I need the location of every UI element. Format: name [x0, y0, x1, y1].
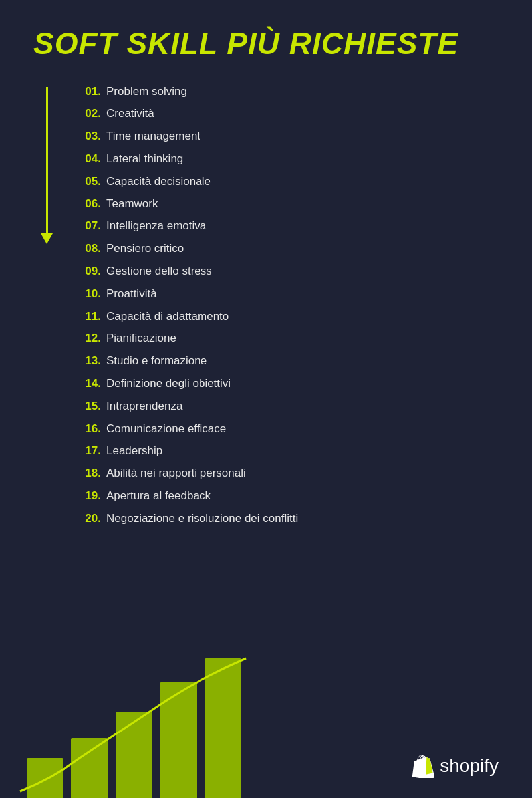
- arrow-line: [46, 87, 48, 233]
- list-item: 13.Studio e formazione: [73, 350, 499, 372]
- item-text: Pensiero critico: [106, 241, 184, 257]
- item-text: Apertura al feedback: [106, 488, 211, 504]
- item-text: Teamwork: [106, 196, 158, 212]
- list-item: 04.Lateral thinking: [73, 148, 499, 170]
- item-text: Leadership: [106, 443, 162, 459]
- chart-svg: [0, 645, 266, 798]
- item-number: 01.: [73, 84, 101, 100]
- item-number: 12.: [73, 331, 101, 346]
- item-text: Abilità nei rapporti personali: [106, 466, 246, 481]
- list-item: 01.Problem solving: [73, 80, 499, 103]
- item-text: Gestione dello stress: [106, 263, 212, 279]
- list-item: 11.Capacità di adattamento: [73, 305, 499, 328]
- list-item: 18.Abilità nei rapporti personali: [73, 462, 499, 485]
- item-text: Time management: [106, 128, 200, 144]
- list-item: 05.Capacità decisionale: [73, 170, 499, 193]
- list-item: 06.Teamwork: [73, 193, 499, 215]
- list-item: 09.Gestione dello stress: [73, 260, 499, 283]
- shopify-icon: [410, 754, 434, 778]
- item-number: 08.: [73, 241, 101, 257]
- item-text: Intelligenza emotiva: [106, 218, 206, 234]
- item-text: Intraprendenza: [106, 398, 182, 414]
- list-item: 20.Negoziazione e risoluzione dei confli…: [73, 507, 499, 530]
- item-text: Lateral thinking: [106, 151, 183, 167]
- item-text: Problem solving: [106, 84, 187, 100]
- item-text: Capacità di adattamento: [106, 309, 229, 325]
- list-item: 19.Apertura al feedback: [73, 485, 499, 507]
- item-text: Definizione degli obiettivi: [106, 376, 231, 392]
- arrow-column: [33, 80, 60, 530]
- item-text: Pianificazione: [106, 331, 176, 346]
- list-item: 03.Time management: [73, 125, 499, 148]
- item-number: 15.: [73, 398, 101, 414]
- list-item: 07.Intelligenza emotiva: [73, 215, 499, 237]
- item-number: 05.: [73, 174, 101, 190]
- title-section: SOFT SKILL PIÙ RICHIESTE: [0, 0, 532, 74]
- content-area: 01.Problem solving02.Creatività03.Time m…: [0, 74, 532, 530]
- shopify-logo: shopify: [410, 754, 499, 778]
- item-number: 07.: [73, 218, 101, 234]
- item-text: Creatività: [106, 106, 154, 122]
- arrow-head: [41, 233, 53, 244]
- list-item: 16.Comunicazione efficace: [73, 418, 499, 440]
- item-text: Capacità decisionale: [106, 174, 211, 190]
- list-item: 10.Proattività: [73, 283, 499, 305]
- item-number: 14.: [73, 376, 101, 392]
- list-item: 08.Pensiero critico: [73, 237, 499, 260]
- item-text: Proattività: [106, 286, 157, 302]
- item-number: 11.: [73, 309, 101, 325]
- list-item: 12.Pianificazione: [73, 327, 499, 350]
- page-container: SOFT SKILL PIÙ RICHIESTE 01.Problem solv…: [0, 0, 532, 798]
- item-number: 17.: [73, 443, 101, 459]
- item-number: 03.: [73, 128, 101, 144]
- list-item: 02.Creatività: [73, 102, 499, 125]
- item-number: 18.: [73, 466, 101, 481]
- page-title: SOFT SKILL PIÙ RICHIESTE: [33, 27, 499, 61]
- item-number: 09.: [73, 263, 101, 279]
- item-text: Comunicazione efficace: [106, 421, 226, 437]
- skills-list: 01.Problem solving02.Creatività03.Time m…: [73, 80, 499, 530]
- list-item: 15.Intraprendenza: [73, 395, 499, 418]
- item-number: 06.: [73, 196, 101, 212]
- item-number: 19.: [73, 488, 101, 504]
- item-text: Negoziazione e risoluzione dei conflitti: [106, 511, 298, 527]
- list-item: 17.Leadership: [73, 440, 499, 462]
- item-number: 02.: [73, 106, 101, 122]
- item-number: 04.: [73, 151, 101, 167]
- item-number: 16.: [73, 421, 101, 437]
- item-number: 13.: [73, 353, 101, 369]
- item-text: Studio e formazione: [106, 353, 207, 369]
- item-number: 10.: [73, 286, 101, 302]
- shopify-label: shopify: [440, 755, 499, 777]
- item-number: 20.: [73, 511, 101, 527]
- list-item: 14.Definizione degli obiettivi: [73, 372, 499, 395]
